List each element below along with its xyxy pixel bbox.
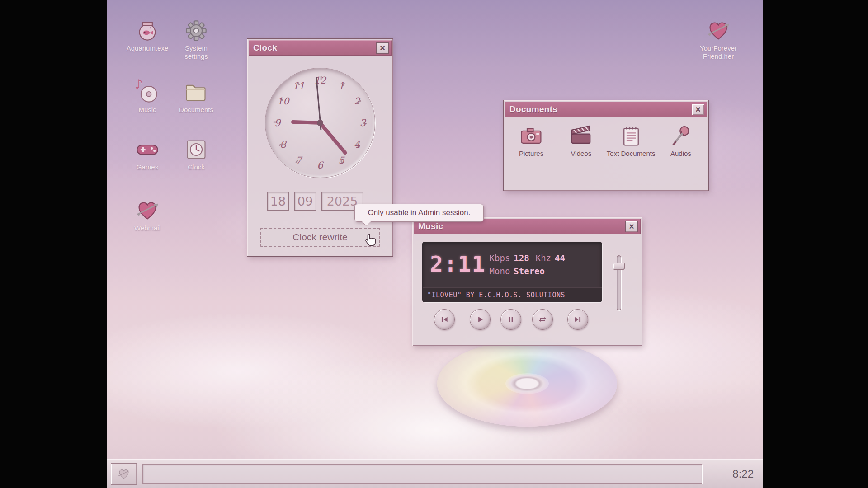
tooltip-text: Only usable in Admin session. xyxy=(368,208,471,217)
analog-clock-face: 12 1 2 3 4 5 6 7 8 9 10 11 xyxy=(265,68,375,178)
taskbar: 8:22 xyxy=(107,459,763,488)
desktop-icon-label: Games xyxy=(124,163,171,171)
desktop: Aquarium.exe System settings ♪ Music Doc… xyxy=(107,0,763,488)
gamepad-icon xyxy=(136,138,159,161)
clock-window-titlebar[interactable]: Clock × xyxy=(249,40,392,56)
documents-items: Pictures Videos Text Documents xyxy=(506,124,706,158)
clock-window-title: Clock xyxy=(253,43,277,53)
heart-arrow-icon xyxy=(136,199,159,222)
play-icon xyxy=(475,314,485,324)
track-time: 2:11 xyxy=(423,242,490,277)
clock-rewrite-button[interactable]: Clock rewrite xyxy=(260,228,380,247)
documents-window-titlebar[interactable]: Documents × xyxy=(505,102,707,117)
desktop-icon-music[interactable]: ♪ Music xyxy=(124,80,171,114)
taskbar-tray xyxy=(142,464,702,484)
cd-hole xyxy=(505,373,549,394)
documents-item-label: Audios xyxy=(656,150,706,158)
kbps-label: Kbps xyxy=(490,253,510,263)
desktop-icon-label: YourForever Friend.her xyxy=(695,44,742,61)
clock-number: 2 xyxy=(354,96,360,107)
documents-item-audios[interactable]: Audios xyxy=(656,124,706,158)
music-window: Music × 2:11 Kbps128Khz44 MonoStereo "IL xyxy=(412,217,642,346)
desktop-icon-webmail[interactable]: Webmail xyxy=(124,199,171,232)
clock-number: 10 xyxy=(277,96,289,107)
heart-start-icon xyxy=(117,468,131,480)
repeat-button[interactable] xyxy=(532,309,553,330)
repeat-icon xyxy=(538,314,547,324)
close-icon[interactable]: × xyxy=(376,42,389,54)
clock-number: 9 xyxy=(274,117,280,128)
documents-item-label: Videos xyxy=(556,150,606,158)
clock-number: 4 xyxy=(354,139,360,150)
pause-button[interactable] xyxy=(500,309,521,330)
clock-number: 7 xyxy=(296,155,302,166)
khz-label: Khz xyxy=(536,253,551,263)
lcd-stats: Kbps128Khz44 MonoStereo xyxy=(490,242,571,277)
desktop-icon-label: System settings xyxy=(173,44,220,61)
folder-icon xyxy=(184,80,208,104)
desktop-icon-label: Webmail xyxy=(124,224,171,232)
desktop-icon-your-forever-friend[interactable]: YourForever Friend.her xyxy=(695,19,742,61)
music-window-title: Music xyxy=(418,221,443,231)
desktop-icon-games[interactable]: Games xyxy=(124,138,171,171)
track-title-marquee: "ILOVEU" BY E.C.H.O.S. SOLUTIONS xyxy=(423,287,602,302)
clapperboard-icon xyxy=(569,124,593,148)
documents-item-label: Text Documents xyxy=(606,150,656,158)
documents-item-pictures[interactable]: Pictures xyxy=(506,124,556,158)
clock-number: 11 xyxy=(292,80,305,91)
clock-number: 3 xyxy=(360,117,366,128)
lcd-main: 2:11 Kbps128Khz44 MonoStereo xyxy=(423,242,602,277)
documents-item-label: Pictures xyxy=(506,150,556,158)
desktop-icon-label: Music xyxy=(124,106,171,114)
clock-number: 6 xyxy=(317,160,323,171)
khz-value: 44 xyxy=(555,253,565,263)
notepad-icon xyxy=(619,124,643,148)
volume-slider-handle[interactable] xyxy=(613,263,625,270)
desktop-icon-aquarium[interactable]: Aquarium.exe xyxy=(124,19,171,52)
day-field[interactable]: 18 xyxy=(267,192,289,211)
clock-number: 1 xyxy=(339,80,344,91)
pause-icon xyxy=(506,314,516,324)
mono-label: Mono xyxy=(490,266,510,276)
music-note-icon: ♪ xyxy=(135,77,143,92)
desktop-icon-label: Clock xyxy=(173,163,220,171)
start-button[interactable] xyxy=(111,463,137,485)
next-icon xyxy=(573,314,583,324)
date-row: 18 09 2025 xyxy=(267,192,363,211)
documents-window: Documents × Pictures Videos xyxy=(504,100,708,191)
clock-center-cap xyxy=(317,120,323,126)
screen: Aquarium.exe System settings ♪ Music Doc… xyxy=(0,0,868,488)
close-icon[interactable]: × xyxy=(692,104,704,115)
taskbar-clock: 8:22 xyxy=(732,460,754,488)
music-disc-icon: ♪ xyxy=(136,80,159,104)
previous-button[interactable] xyxy=(434,309,455,330)
clock-number: 5 xyxy=(339,155,344,166)
cd-disc xyxy=(437,341,617,427)
lcd-display: 2:11 Kbps128Khz44 MonoStereo "ILOVEU" BY… xyxy=(422,242,602,302)
microphone-icon xyxy=(669,124,693,148)
close-icon[interactable]: × xyxy=(625,221,638,232)
camera-icon xyxy=(519,124,543,148)
desktop-icon-clock[interactable]: Clock xyxy=(173,138,220,171)
next-button[interactable] xyxy=(567,309,588,330)
desktop-icon-label: Aquarium.exe xyxy=(124,44,171,52)
kbps-value: 128 xyxy=(514,253,529,263)
documents-item-text-documents[interactable]: Text Documents xyxy=(606,124,656,158)
previous-icon xyxy=(439,314,449,324)
play-button[interactable] xyxy=(470,309,491,330)
tooltip: Only usable in Admin session. xyxy=(354,204,484,222)
gear-icon xyxy=(184,19,208,42)
desktop-icon-system-settings[interactable]: System settings xyxy=(173,19,220,61)
clock-number: 8 xyxy=(280,139,286,150)
documents-item-videos[interactable]: Videos xyxy=(556,124,606,158)
stereo-label: Stereo xyxy=(514,266,545,276)
desktop-icon-label: Documents xyxy=(173,106,220,114)
heart-arrow-icon xyxy=(707,19,730,42)
desktop-icon-documents[interactable]: Documents xyxy=(173,80,220,114)
month-field[interactable]: 09 xyxy=(294,192,316,211)
fishbowl-icon xyxy=(136,19,159,42)
clock-window: Clock × 12 1 2 3 4 5 6 7 8 9 10 11 xyxy=(247,39,393,256)
documents-window-title: Documents xyxy=(509,104,557,114)
clock-icon xyxy=(184,138,208,161)
